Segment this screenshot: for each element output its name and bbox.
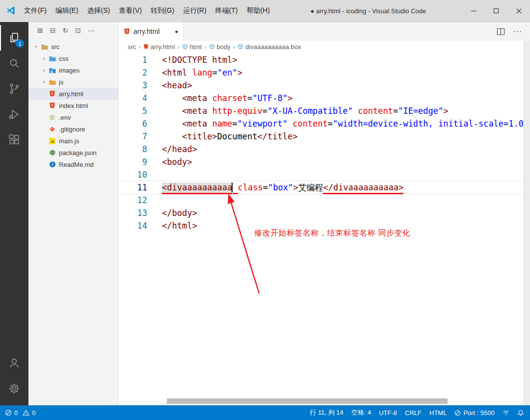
breadcrumb-body[interactable]: body xyxy=(209,43,231,51)
line-number[interactable]: 11 xyxy=(119,181,157,194)
code-line-9[interactable]: 9<body> xyxy=(119,156,530,168)
menu-goto[interactable]: 转到(G) xyxy=(146,4,179,18)
run-debug-icon[interactable] xyxy=(0,102,28,127)
tree-item-readme[interactable]: ReadMe.md xyxy=(28,158,118,170)
line-number[interactable]: 14 xyxy=(119,219,157,232)
code-token: 艾编程 xyxy=(298,183,323,192)
line-number[interactable]: 13 xyxy=(119,207,157,219)
code-line-7[interactable]: 7 <title>Document</title> xyxy=(119,130,530,143)
explorer-icon[interactable]: 1 xyxy=(0,25,28,51)
tree-item-js[interactable]: › js xyxy=(28,76,118,88)
window-title: ● arry.html - icoding - Visual Studio Co… xyxy=(274,7,462,15)
line-number[interactable]: 12 xyxy=(119,194,157,207)
menu-run[interactable]: 运行(R) xyxy=(179,4,211,18)
new-folder-icon[interactable]: ⊟ xyxy=(50,26,56,34)
code-line-11[interactable]: 11<divaaaaaaaaaa class="box">艾编程</divaaa… xyxy=(119,181,530,194)
line-number[interactable]: 4 xyxy=(119,92,157,105)
tree-item-main-js[interactable]: JS main.js xyxy=(28,135,118,147)
source-control-icon[interactable] xyxy=(0,76,28,102)
tab-arry-html[interactable]: 5 arry.html ● xyxy=(119,22,184,41)
menu-view[interactable]: 查看(V) xyxy=(114,4,146,18)
breadcrumb-html[interactable]: html xyxy=(182,43,202,51)
broadcast-icon[interactable] xyxy=(503,409,509,416)
close-button[interactable] xyxy=(507,0,530,22)
code-line-10[interactable]: 10 xyxy=(119,168,530,181)
tree-item-gitignore[interactable]: .gitignore xyxy=(28,123,118,135)
editor-more-actions-icon[interactable]: ··· xyxy=(513,27,522,35)
live-server-port-status[interactable]: Port : 5500 xyxy=(454,409,495,417)
settings-gear-icon[interactable] xyxy=(0,376,28,401)
code-line-1[interactable]: 1<!DOCTYPE html> xyxy=(119,53,530,66)
menu-edit[interactable]: 编辑(E) xyxy=(51,4,83,18)
line-number[interactable]: 5 xyxy=(119,105,157,117)
code-line-2[interactable]: 2<html lang="en"> xyxy=(119,66,530,79)
editor: 5 arry.html ● ··· src › arry.html › html… xyxy=(119,22,530,405)
breadcrumb-div-box[interactable]: divaaaaaaaaaa.box xyxy=(238,43,301,51)
tree-item-env[interactable]: .env xyxy=(28,111,118,123)
chevron-right-icon[interactable]: › xyxy=(40,55,48,62)
code-token: = xyxy=(232,119,237,129)
code-token: </body> xyxy=(162,208,197,218)
line-number[interactable]: 7 xyxy=(119,130,157,143)
line-number[interactable]: 6 xyxy=(119,117,157,130)
html-file-icon: 5 xyxy=(124,28,130,35)
indent-status[interactable]: 空格: 4 xyxy=(351,408,371,417)
collapse-all-icon[interactable]: ⊡ xyxy=(75,26,81,34)
code-line-13[interactable]: 13</body> xyxy=(119,207,530,219)
menu-file[interactable]: 文件(F) xyxy=(20,4,51,18)
new-file-icon[interactable]: ⊞ xyxy=(37,26,43,34)
code-lines: 1<!DOCTYPE html>2<html lang="en">3<head>… xyxy=(119,53,530,232)
menu-selection[interactable]: 选择(S) xyxy=(83,4,115,18)
horizontal-scrollbar[interactable] xyxy=(167,398,448,404)
cursor-position-status[interactable]: 行 11, 列 14 xyxy=(310,408,343,417)
code-line-5[interactable]: 5 <meta http-equiv="X-UA-Compatible" con… xyxy=(119,105,530,117)
language-status[interactable]: HTML xyxy=(429,409,447,417)
code-area[interactable]: 1<!DOCTYPE html>2<html lang="en">3<head>… xyxy=(119,52,530,232)
line-number[interactable]: 9 xyxy=(119,156,157,168)
menu-terminal[interactable]: 终端(T) xyxy=(211,4,242,18)
code-token: "IE=edge" xyxy=(398,106,443,116)
line-number[interactable]: 10 xyxy=(119,168,157,181)
code-token xyxy=(187,68,192,78)
line-number[interactable]: 2 xyxy=(119,66,157,79)
code-token xyxy=(233,183,238,194)
warnings-status[interactable]: 0 xyxy=(23,409,35,417)
maximize-button[interactable] xyxy=(485,0,507,22)
vertical-scrollbar[interactable] xyxy=(523,41,530,405)
tree-item-arry-html[interactable]: 5 arry.html xyxy=(28,88,118,100)
line-number[interactable]: 8 xyxy=(119,143,157,156)
account-icon[interactable] xyxy=(0,350,28,376)
split-editor-icon[interactable] xyxy=(497,28,505,35)
code-line-12[interactable]: 12 xyxy=(119,194,530,207)
tree-item-package-json[interactable]: package.json xyxy=(28,147,118,158)
search-icon[interactable] xyxy=(0,51,28,76)
modified-dot-icon[interactable]: ● xyxy=(175,28,178,34)
file-label: .gitignore xyxy=(59,126,85,133)
chevron-right-icon[interactable]: › xyxy=(40,79,48,85)
eol-status[interactable]: CRLF xyxy=(405,409,422,417)
code-line-4[interactable]: 4 <meta charset="UTF-8"> xyxy=(119,92,530,105)
minimize-button[interactable] xyxy=(462,0,485,22)
code-line-3[interactable]: 3<head> xyxy=(119,79,530,92)
breadcrumb-file[interactable]: arry.html xyxy=(143,43,175,51)
chevron-down-icon[interactable]: › xyxy=(33,43,40,51)
line-number[interactable]: 1 xyxy=(119,53,157,66)
tree-item-index-html[interactable]: 5 index.html xyxy=(28,100,118,111)
maximize-icon xyxy=(494,8,499,13)
code-token: = xyxy=(263,106,267,116)
refresh-icon[interactable]: ↻ xyxy=(62,26,68,34)
extensions-icon[interactable] xyxy=(0,127,28,153)
notifications-bell-icon[interactable] xyxy=(517,409,524,417)
tree-item-images[interactable]: › images xyxy=(28,64,118,76)
breadcrumb-src[interactable]: src xyxy=(128,43,136,51)
tree-item-src[interactable]: › src xyxy=(28,41,118,52)
errors-status[interactable]: 0 xyxy=(5,409,18,417)
code-line-8[interactable]: 8</head> xyxy=(119,143,530,156)
tree-item-css[interactable]: › css xyxy=(28,52,118,64)
line-number[interactable]: 3 xyxy=(119,79,157,92)
menu-help[interactable]: 帮助(H) xyxy=(242,4,274,18)
encoding-status[interactable]: UTF-8 xyxy=(379,409,397,417)
chevron-right-icon[interactable]: › xyxy=(40,67,48,74)
more-actions-icon[interactable]: ⋯ xyxy=(88,26,95,34)
code-line-6[interactable]: 6 <meta name="viewport" content="width=d… xyxy=(119,117,530,130)
